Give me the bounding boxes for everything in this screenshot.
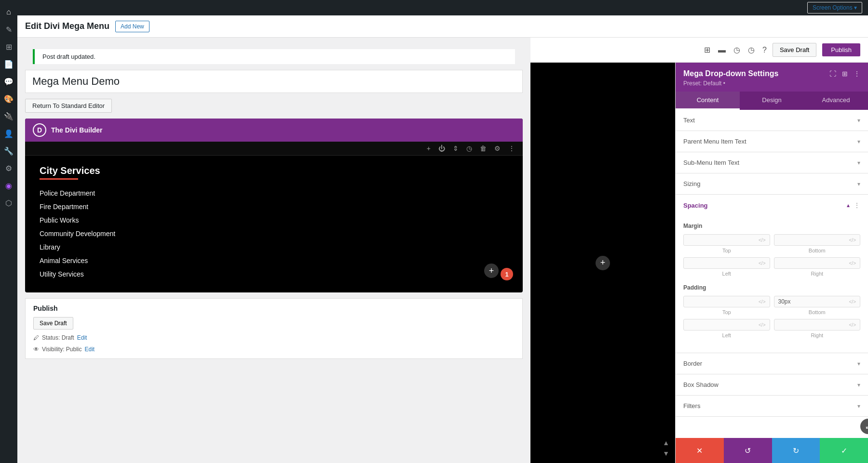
row-action-clock-icon[interactable]: ◷	[466, 145, 472, 152]
page-title: Edit Divi Mega Menu	[25, 21, 109, 31]
padding-right-group: </> Right	[774, 319, 861, 338]
padding-bottom-input[interactable]	[778, 298, 849, 305]
return-to-standard-editor-button[interactable]: Return To Standard Editor	[25, 99, 112, 113]
sidebar-icon-divi[interactable]: ◉	[0, 177, 17, 194]
accordion-filters-label: Filters	[683, 402, 700, 410]
wp-top-admin-bar: Screen Options ▾	[17, 0, 868, 15]
accordion-filters: Filters ▾	[676, 396, 868, 417]
sidebar-icon-comments[interactable]: 💬	[0, 73, 17, 90]
publish-top-button[interactable]: Publish	[822, 43, 860, 56]
padding-right-code-icon[interactable]: </>	[849, 322, 856, 328]
row-action-power-icon[interactable]: ⏻	[438, 145, 445, 152]
accordion-parent-menu-chevron: ▾	[857, 138, 860, 145]
panel-controls: ▲ ▼	[663, 439, 669, 457]
margin-bottom-input[interactable]	[778, 237, 849, 243]
add-new-button[interactable]: Add New	[115, 21, 149, 32]
accordion-sizing: Sizing ▾	[676, 173, 868, 195]
sidebar-icon-pages[interactable]: 📄	[0, 56, 17, 72]
sidebar-icon-media[interactable]: ⊞	[0, 39, 17, 55]
padding-right-input[interactable]	[778, 321, 849, 328]
post-title-area[interactable]: Mega Menu Demo	[25, 70, 523, 93]
margin-bottom-code-icon[interactable]: </>	[849, 238, 856, 243]
status-edit-link[interactable]: Edit	[77, 334, 87, 341]
sidebar-icon-appearance[interactable]: 🎨	[0, 91, 17, 107]
canvas-add-button[interactable]: +	[596, 256, 610, 270]
settings-tabs: Content Design Advanced	[676, 92, 868, 110]
padding-bottom-group: </> Bottom	[774, 296, 861, 315]
padding-bottom-label: Bottom	[809, 309, 826, 315]
accordion-filters-header[interactable]: Filters ▾	[676, 396, 868, 416]
divi-help-icon[interactable]: ?	[762, 46, 767, 54]
padding-bottom-code-icon[interactable]: </>	[849, 299, 856, 304]
accordion-sizing-chevron: ▾	[857, 181, 860, 187]
sidebar-icon-users[interactable]: 👤	[0, 125, 17, 142]
margin-left-code-icon[interactable]: </>	[759, 261, 765, 266]
padding-top-code-icon[interactable]: </>	[759, 299, 765, 304]
margin-top-group: </> Top	[683, 234, 770, 253]
row-action-delete-icon[interactable]: 🗑	[480, 145, 487, 152]
accordion-parent-menu: Parent Menu Item Text ▾	[676, 131, 868, 152]
row-action-more-icon[interactable]: ⋮	[508, 145, 515, 152]
post-title-value: Mega Menu Demo	[32, 75, 120, 87]
panel-down-icon[interactable]: ▼	[663, 450, 669, 457]
margin-top-input[interactable]	[688, 237, 759, 243]
redo-settings-button[interactable]: ↻	[772, 438, 820, 463]
padding-left-input[interactable]	[688, 321, 759, 328]
padding-top-input[interactable]	[688, 298, 759, 305]
divi-logo: D	[33, 123, 46, 137]
undo-settings-button[interactable]: ↺	[724, 438, 772, 463]
margin-left-input[interactable]	[688, 260, 759, 266]
sidebar-icon-settings[interactable]: ⚙	[0, 160, 17, 176]
accordion-parent-menu-header[interactable]: Parent Menu Item Text ▾	[676, 131, 868, 152]
accordion-border-header[interactable]: Border ▾	[676, 353, 868, 374]
divi-right-canvas: + ▲ ▼	[530, 63, 675, 463]
accordion-submenu-header[interactable]: Sub-Menu Item Text ▾	[676, 152, 868, 173]
accordion-spacing-chevron[interactable]: ▴	[847, 202, 850, 209]
margin-right-code-icon[interactable]: </>	[849, 261, 856, 266]
tab-design[interactable]: Design	[740, 92, 804, 110]
sidebar-icon-tools[interactable]: 🔧	[0, 143, 17, 159]
accordion-spacing-more-icon[interactable]: ⋮	[854, 201, 860, 209]
row-actions-bar: + ⏻ ⇕ ◷ 🗑 ⚙ ⋮	[25, 142, 523, 156]
settings-panel: Mega Drop-down Settings ⛶ ⊞ ⋮ Preset: De…	[675, 63, 868, 463]
panel-up-icon[interactable]: ▲	[663, 439, 669, 447]
margin-top-wrap: </>	[683, 234, 770, 246]
row-action-settings-icon[interactable]: ⚙	[494, 145, 501, 152]
cancel-settings-button[interactable]: ✕	[676, 438, 724, 463]
accordion-spacing-label: Spacing	[683, 202, 708, 209]
accordion-box-shadow-header[interactable]: Box Shadow ▾	[676, 374, 868, 395]
margin-right-input[interactable]	[778, 260, 849, 266]
wp-admin-wrap: Screen Options ▾ Edit Divi Mega Menu Add…	[17, 0, 868, 463]
save-draft-button[interactable]: Save Draft	[33, 317, 73, 330]
tab-content[interactable]: Content	[676, 92, 740, 110]
tab-advanced[interactable]: Advanced	[804, 92, 868, 110]
screen-options-button[interactable]: Screen Options ▾	[807, 2, 862, 13]
accordion-box-shadow: Box Shadow ▾	[676, 374, 868, 396]
margin-top-code-icon[interactable]: </>	[759, 238, 765, 243]
settings-more-icon[interactable]: ⋮	[854, 70, 860, 78]
settings-fullscreen-icon[interactable]: ⛶	[829, 70, 836, 78]
visibility-edit-link[interactable]: Edit	[84, 346, 95, 353]
list-item: Utility Services	[40, 270, 508, 278]
settings-content: Text ▾ Parent Menu Item Text ▾	[676, 110, 868, 438]
accordion-sizing-header[interactable]: Sizing ▾	[676, 173, 868, 194]
sidebar-icon-extra[interactable]: ⬡	[0, 195, 17, 211]
add-content-button[interactable]: +	[484, 264, 499, 278]
margin-label: Margin	[683, 223, 860, 229]
row-action-resize-icon[interactable]: ⇕	[453, 145, 459, 152]
sidebar-icon-dashboard[interactable]: ⌂	[0, 4, 17, 20]
confirm-settings-button[interactable]: ✓	[820, 438, 868, 463]
divi-layout-desktop-icon[interactable]: ⊞	[704, 45, 710, 54]
settings-grid-icon[interactable]: ⊞	[842, 70, 848, 78]
sidebar-icon-posts[interactable]: ✎	[0, 21, 17, 38]
accordion-spacing-header[interactable]: Spacing ▴ ⋮	[676, 195, 868, 216]
accordion-text-header[interactable]: Text ▾	[676, 110, 868, 131]
row-action-add-icon[interactable]: +	[427, 145, 431, 152]
divi-layout-tablet-icon[interactable]: ▬	[718, 46, 726, 54]
divi-undo-icon[interactable]: ◷	[733, 45, 740, 54]
padding-left-code-icon[interactable]: </>	[759, 322, 765, 328]
accordion-sizing-label: Sizing	[683, 180, 700, 187]
divi-redo-icon[interactable]: ◷	[748, 45, 755, 54]
sidebar-icon-plugins[interactable]: 🔌	[0, 108, 17, 124]
save-draft-top-button[interactable]: Save Draft	[773, 43, 816, 57]
